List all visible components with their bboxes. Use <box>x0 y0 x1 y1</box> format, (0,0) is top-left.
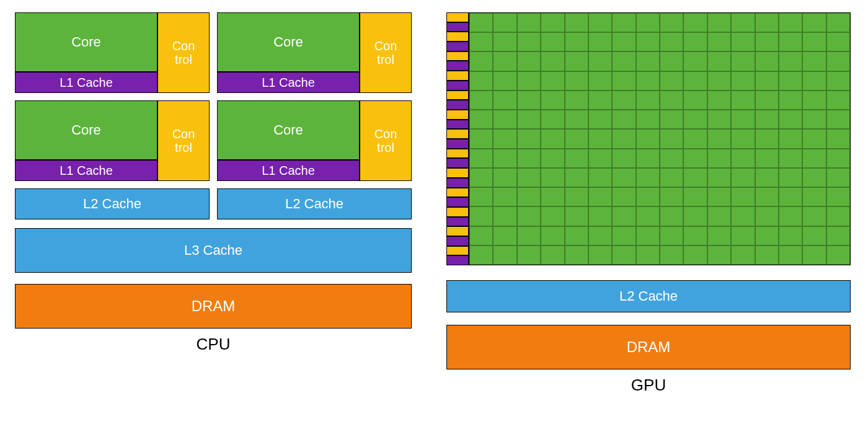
gpu-core <box>707 206 731 226</box>
gpu-core <box>517 51 541 71</box>
gpu-core <box>612 245 636 265</box>
gpu-control <box>446 129 469 139</box>
cpu-core-unit: Core L1 Cache Con trol <box>217 100 412 181</box>
gpu-core <box>707 168 731 187</box>
gpu-core <box>755 168 779 187</box>
gpu-core <box>541 51 564 71</box>
gpu-core <box>707 187 731 206</box>
cpu-core: Core <box>217 12 360 72</box>
gpu-core <box>612 51 636 71</box>
gpu-core <box>636 245 660 265</box>
gpu-core <box>588 13 612 32</box>
gpu-core <box>731 245 755 265</box>
diagram-row: Core L1 Cache Con trol Core L1 Cache Con… <box>15 12 853 395</box>
gpu-core <box>826 206 850 226</box>
gpu-core <box>802 51 826 71</box>
gpu-core <box>660 226 683 245</box>
gpu-core-grid <box>469 13 850 265</box>
gpu-core <box>707 32 731 51</box>
gpu-core <box>707 71 731 91</box>
gpu-core <box>660 149 683 168</box>
gpu-core <box>588 71 612 91</box>
gpu-core <box>779 13 802 32</box>
gpu-core <box>779 245 802 265</box>
gpu-core <box>755 91 779 110</box>
gpu-core <box>802 149 826 168</box>
gpu-core <box>755 245 779 265</box>
gpu-core <box>731 129 755 148</box>
gpu-l1-cache <box>446 22 469 32</box>
gpu-core <box>707 149 731 168</box>
gpu-core <box>731 71 755 91</box>
cpu-l3-cache: L3 Cache <box>15 228 412 273</box>
gpu-core <box>493 91 516 110</box>
gpu-core <box>541 245 564 265</box>
gpu-core <box>588 110 612 129</box>
gpu-core <box>469 168 493 187</box>
gpu-core <box>588 91 612 110</box>
gpu-core <box>493 187 516 206</box>
gpu-core <box>517 206 541 226</box>
gpu-control <box>446 149 469 159</box>
gpu-core <box>493 51 516 71</box>
gpu-core <box>493 129 516 148</box>
gpu-core <box>731 187 755 206</box>
gpu-core <box>493 32 516 51</box>
gpu-core <box>731 32 755 51</box>
cpu-core-row-1: Core L1 Cache Con trol Core L1 Cache Con… <box>15 12 412 93</box>
gpu-core <box>636 168 660 187</box>
gpu-core <box>826 71 850 91</box>
cpu-l1-cache: L1 Cache <box>15 72 157 93</box>
gpu-core <box>517 129 541 148</box>
gpu-core <box>469 206 493 226</box>
cpu-title: CPU <box>15 335 412 354</box>
gpu-core <box>469 110 493 129</box>
gpu-core <box>779 129 802 148</box>
gpu-core <box>565 13 588 32</box>
cpu-l2-row: L2 Cache L2 Cache <box>15 188 412 219</box>
gpu-l1-cache <box>446 178 469 188</box>
gpu-core <box>731 13 755 32</box>
gpu-core <box>493 168 516 187</box>
gpu-core <box>707 51 731 71</box>
gpu-core <box>660 129 683 148</box>
gpu-l1-cache <box>446 255 469 265</box>
gpu-control <box>446 110 469 120</box>
gpu-core <box>636 13 660 32</box>
gpu-core <box>517 13 541 32</box>
gpu-core <box>707 110 731 129</box>
cpu-l2-cache: L2 Cache <box>217 188 412 219</box>
gpu-core <box>731 51 755 71</box>
gpu-control <box>446 51 469 61</box>
gpu-l2-cache: L2 Cache <box>446 280 851 312</box>
gpu-core <box>636 149 660 168</box>
gpu-core <box>755 71 779 91</box>
gpu-core <box>779 91 802 110</box>
gpu-panel: L2 Cache DRAM GPU <box>446 12 851 395</box>
gpu-core <box>683 245 707 265</box>
gpu-core <box>826 91 850 110</box>
gpu-core <box>802 110 826 129</box>
gpu-core <box>636 129 660 148</box>
cpu-core-unit: Core L1 Cache Con trol <box>15 100 210 181</box>
gpu-core <box>683 32 707 51</box>
gpu-core <box>612 168 636 187</box>
gpu-core <box>517 245 541 265</box>
gpu-core <box>826 226 850 245</box>
gpu-core <box>612 206 636 226</box>
gpu-core <box>517 168 541 187</box>
gpu-core <box>755 51 779 71</box>
gpu-l1-cache <box>446 100 469 110</box>
gpu-core <box>731 91 755 110</box>
gpu-control <box>446 168 469 178</box>
gpu-core <box>826 110 850 129</box>
gpu-core <box>493 226 516 245</box>
gpu-core <box>683 51 707 71</box>
gpu-core <box>517 149 541 168</box>
gpu-core <box>802 187 826 206</box>
gpu-core <box>612 149 636 168</box>
gpu-core <box>660 187 683 206</box>
gpu-core <box>683 168 707 187</box>
gpu-core <box>517 187 541 206</box>
cpu-control: Con trol <box>157 100 210 181</box>
